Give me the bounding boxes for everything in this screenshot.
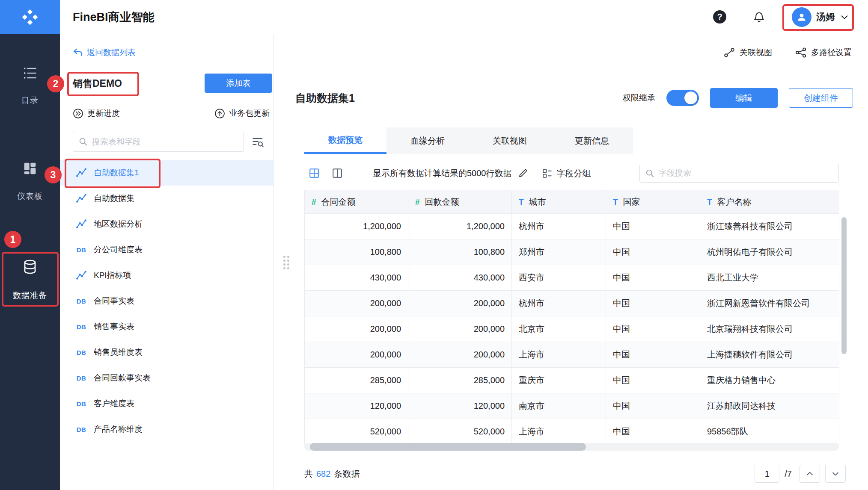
table-cell: 中国 (606, 316, 700, 342)
column-header[interactable]: T城市 (512, 190, 606, 214)
nav-item-data-preparation[interactable]: 数据准备 (0, 259, 60, 301)
nav-item-dashboard[interactable]: 仪表板 (0, 162, 60, 202)
table-cell: 西北工业大学 (700, 265, 839, 291)
create-component-button[interactable]: 创建组件 (789, 88, 853, 108)
table-row: 200,000200,000杭州市中国浙江网新恩普软件有限公司 (305, 291, 839, 316)
table-cell: 中国 (606, 265, 700, 291)
notification-bell-icon[interactable] (753, 11, 765, 23)
field-search (639, 164, 839, 183)
list-filter-icon[interactable] (250, 133, 266, 151)
user-menu[interactable]: 汤姆 (792, 7, 849, 27)
list-item[interactable]: DB客户维度表 (60, 391, 274, 416)
table-cell: 上海捷穗软件有限公司 (700, 342, 839, 368)
list-item[interactable]: DB合同回款事实表 (60, 365, 274, 391)
list-item-label: KPI指标项 (94, 270, 131, 281)
table-search-input[interactable] (73, 132, 244, 152)
panel-resize-handle[interactable] (283, 256, 289, 269)
list-item-label: 自助数据集1 (94, 167, 139, 178)
numeric-type-icon: # (312, 198, 316, 207)
update-progress-button[interactable]: 更新进度 (73, 108, 120, 119)
tab-data-preview[interactable]: 数据预览 (304, 127, 386, 154)
package-panel: 返回数据列表 销售DEMO 添加表 更新进度 业务包更新 (60, 34, 274, 490)
vertical-scrollbar-thumb[interactable] (841, 217, 847, 354)
person-icon (796, 12, 807, 23)
list-item[interactable]: DB合同事实表 (60, 288, 274, 314)
db-table-icon: DB (74, 375, 88, 382)
table-cell: 上海市 (512, 419, 606, 445)
column-header[interactable]: T国家 (606, 190, 700, 214)
back-to-data-list-link[interactable]: 返回数据列表 (73, 47, 136, 58)
panel-search-row (73, 132, 266, 152)
list-item-label: 销售事实表 (94, 321, 134, 332)
multipath-settings-label: 多路径设置 (811, 47, 852, 58)
table-row: 285,000285,000重庆市中国重庆格力销售中心 (305, 368, 839, 393)
package-title[interactable]: 销售DEMO (73, 77, 122, 90)
table-cell: 285,000 (305, 368, 408, 393)
line-chart-icon (74, 193, 88, 204)
field-group-button[interactable]: 字段分组 (542, 168, 591, 179)
table-cell: 200,000 (408, 291, 512, 316)
preview-toolbar: 显示所有数据计算结果的5000行数据 字段分组 (304, 163, 839, 183)
branch-paths-icon (795, 47, 806, 58)
tab-lineage-analysis[interactable]: 血缘分析 (386, 127, 469, 154)
table-cell: 郑州市 (512, 239, 606, 265)
list-item-label: 自助数据集 (94, 193, 134, 204)
nav-item-catalog[interactable]: 目录 (0, 67, 60, 106)
list-item[interactable]: 自助数据集 (60, 186, 274, 211)
table-cell: 200,000 (408, 316, 512, 342)
table-cell: 120,000 (408, 393, 512, 419)
tab-related-view[interactable]: 关联视图 (469, 127, 551, 154)
permission-toggle[interactable] (666, 90, 699, 106)
package-update-label: 业务包更新 (229, 108, 270, 119)
topbar: FineBI商业智能 ? 汤姆 (0, 0, 868, 34)
list-item-label: 合同事实表 (94, 295, 134, 307)
add-table-button[interactable]: 添加表 (205, 74, 272, 93)
column-header[interactable]: #合同金额 (305, 190, 408, 214)
update-row: 更新进度 业务包更新 (73, 108, 270, 119)
app-logo[interactable] (0, 0, 60, 34)
edit-rows-pencil-icon[interactable] (518, 168, 528, 178)
list-item[interactable]: DB分公司维度表 (60, 237, 274, 263)
previous-page-button[interactable] (800, 465, 820, 483)
main-content: 关联视图 多路径设置 自助数据集1 权限继承 编辑 创建组件 数据预览 血缘分析… (274, 34, 868, 490)
related-view-link[interactable]: 关联视图 (724, 47, 772, 58)
table-cell: 1,200,000 (408, 214, 512, 239)
list-item[interactable]: KPI指标项 (60, 263, 274, 288)
table-cell: 北京市 (512, 316, 606, 342)
column-view-icon[interactable] (332, 168, 343, 179)
db-table-icon: DB (74, 246, 88, 254)
list-item[interactable]: DB产品名称维度 (60, 416, 274, 442)
table-cell: 西安市 (512, 265, 606, 291)
list-item[interactable]: DB销售事实表 (60, 314, 274, 339)
list-item[interactable]: 自助数据集1 (60, 160, 274, 186)
tab-update-info[interactable]: 更新信息 (551, 127, 633, 154)
list-item-label: 客户维度表 (94, 398, 134, 409)
grid-view-icon[interactable] (309, 168, 320, 179)
dataset-header: 自助数据集1 权限继承 编辑 创建组件 (295, 88, 853, 108)
list-item-label: 产品名称维度 (94, 424, 143, 435)
list-item[interactable]: 地区数据分析 (60, 211, 274, 237)
horizontal-scrollbar[interactable] (304, 443, 839, 451)
column-header[interactable]: T客户名称 (700, 190, 839, 214)
help-icon[interactable]: ? (713, 10, 726, 24)
table-row: 100,800100,800郑州市中国杭州明佑电子有限公司 (305, 239, 839, 265)
list-item[interactable]: DB销售员维度表 (60, 339, 274, 365)
horizontal-scrollbar-thumb[interactable] (310, 443, 586, 451)
table-cell: 520,000 (408, 419, 512, 445)
edit-button[interactable]: 编辑 (710, 88, 778, 108)
user-name: 汤姆 (816, 11, 835, 24)
package-update-button[interactable]: 业务包更新 (214, 108, 270, 119)
chevron-down-icon (831, 469, 840, 478)
text-type-icon: T (613, 198, 618, 207)
total-records: 共 682 条数据 (304, 468, 360, 480)
update-progress-label: 更新进度 (87, 108, 120, 119)
table-cell: 中国 (606, 393, 700, 419)
table-cell: 中国 (606, 214, 700, 239)
next-page-button[interactable] (825, 465, 846, 483)
table-cell: 200,000 (408, 342, 512, 368)
field-search-input[interactable] (639, 164, 839, 183)
column-header[interactable]: #回款金额 (408, 190, 512, 214)
list-item-label: 分公司维度表 (94, 244, 143, 255)
multipath-settings-link[interactable]: 多路径设置 (795, 47, 852, 58)
page-number-input[interactable] (755, 465, 779, 483)
